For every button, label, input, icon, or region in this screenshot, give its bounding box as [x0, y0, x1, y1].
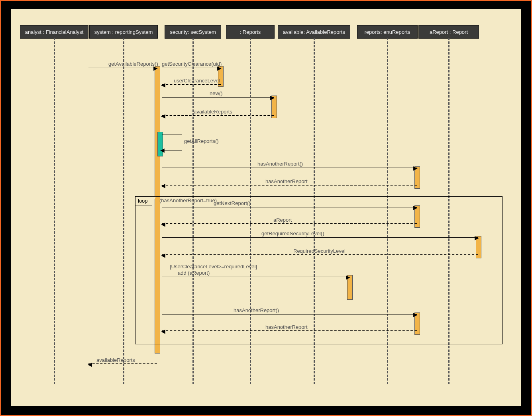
arrow-head-icon: ▶	[217, 66, 222, 70]
message-arrow: availableReports◀	[88, 363, 157, 364]
message-label: getNextReport()	[214, 200, 250, 206]
lifeline	[123, 38, 124, 384]
arrow-head-icon: ◀	[161, 183, 165, 188]
participant: security: secSystem	[165, 25, 221, 39]
fragment-guard: (hasAnotherReport=true)	[159, 197, 217, 203]
message-label: add (aReport)	[178, 270, 210, 276]
message-label: aReport	[273, 217, 292, 223]
message-guard: [UserClearanceLevel>=requiredLevel]	[170, 264, 257, 270]
lifeline	[54, 38, 55, 384]
arrow-head-icon: ◀	[88, 362, 92, 367]
message-arrow: aReport◀	[162, 223, 417, 224]
arrow-head-icon: ▶	[413, 205, 418, 210]
message-arrow: hasAnotherReport◀	[162, 330, 417, 331]
arrow-head-icon: ◀	[161, 253, 165, 258]
arrow-head-icon: ◀	[161, 113, 165, 118]
arrow-head-icon: ▶	[270, 95, 275, 100]
message-label: hasAnotherReport	[265, 324, 308, 330]
message-arrow: availableReports◀	[162, 115, 274, 116]
arrow-head-icon: ▶	[475, 235, 479, 240]
arrow-head-icon: ▶	[153, 66, 158, 70]
arrow-head-icon: ▶	[346, 275, 350, 279]
message-label: hasAnotherReport()	[234, 307, 279, 313]
participant: : Reports	[226, 25, 275, 39]
message-arrow: userClearanceLevel◀	[162, 84, 221, 85]
message-label: hasAnotherReport	[265, 178, 308, 184]
message-label: getRequiredSecurityLevel()	[261, 230, 324, 236]
participant: analyst : FinancialAnalyst	[20, 25, 88, 39]
message-label: userClearanceLevel	[174, 78, 220, 84]
arrow-head-icon: ◀	[161, 82, 165, 87]
message-label: new()	[210, 90, 223, 96]
message-arrow: add (aReport)[UserClearanceLevel>=requir…	[162, 277, 349, 277]
message-arrow: hasAnotherReport()▶	[162, 168, 417, 168]
message-arrow: getNextReport()▶	[162, 207, 417, 207]
arrow-head-icon: ◀	[160, 147, 165, 153]
fragment-tag: loop	[135, 196, 152, 205]
arrow-head-icon: ◀	[161, 329, 165, 334]
participant: available: AvailableReports	[278, 25, 350, 39]
message-label: hasAnotherReport()	[257, 161, 303, 167]
message-arrow: hasAnotherReport◀	[162, 185, 417, 186]
participant: system : reportingSystem	[89, 25, 158, 39]
message-arrow: getRequiredSecurityLevel()▶	[162, 237, 478, 238]
self-message: getAllReports()◀	[162, 135, 182, 150]
message-arrow: RequiredSecurityLevel◀	[162, 254, 478, 255]
message-label: getSecurityClearance(uid)	[162, 61, 222, 67]
participant: reports: enuReports	[357, 25, 418, 39]
message-arrow: new()▶	[162, 97, 274, 98]
participant: aReport : Report	[418, 25, 479, 39]
message-label: RequiredSecurityLevel	[293, 248, 346, 254]
diagram-canvas: analyst : FinancialAnalystsystem : repor…	[11, 9, 521, 406]
message-arrow: getSecurityClearance(uid)▶	[162, 68, 221, 68]
message-arrow: getAvailableReports()▶	[88, 68, 157, 68]
arrow-head-icon: ◀	[161, 222, 165, 227]
message-label: getAvailableReports()	[108, 61, 158, 67]
diagram-frame: analyst : FinancialAnalystsystem : repor…	[0, 0, 532, 416]
message-arrow: hasAnotherReport()▶	[162, 314, 417, 314]
arrow-head-icon: ▶	[413, 312, 418, 317]
message-label: availableReports	[96, 357, 135, 363]
message-label: availableReports	[194, 109, 232, 115]
message-label: getAllReports()	[184, 138, 219, 144]
arrow-head-icon: ▶	[413, 166, 418, 170]
